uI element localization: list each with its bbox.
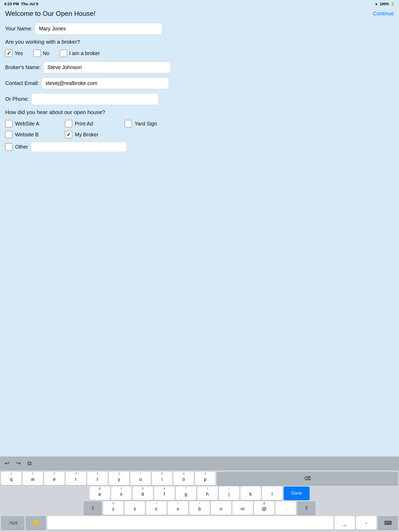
checkbox-other[interactable] <box>5 143 12 151</box>
keyboard-dismiss-key[interactable]: ⌨ <box>378 516 398 530</box>
battery-percent: 100% <box>380 2 389 6</box>
hear-option-websitea[interactable]: WebSite A <box>5 120 52 127</box>
broker-option-no[interactable]: No <box>34 50 50 57</box>
checkbox-yardsign[interactable] <box>125 120 132 127</box>
hear-row-2: Website B My Broker <box>5 131 394 138</box>
key-k[interactable]: 'k <box>241 487 261 500</box>
key-i[interactable]: 8i <box>152 472 172 485</box>
key-at[interactable]: @@ <box>254 501 274 515</box>
key-e[interactable]: 3e <box>44 472 64 485</box>
key-t[interactable]: 5t <box>87 472 108 485</box>
key-q[interactable]: 1q <box>1 472 21 485</box>
checkbox-mybroker[interactable] <box>65 131 72 138</box>
status-time: 4:23 PM Thu Jul 9 <box>4 2 38 6</box>
hear-websitea-label: WebSite A <box>15 121 39 127</box>
phone-row: Or Phone: <box>5 93 394 105</box>
key-row-2: @a #s $d &f *g (h )j 'k "l Done <box>1 487 398 500</box>
keyboard-keys: 1q 2w 3e 4r 5t 6y 7u 8i 9o 0p ⌫ @a #s $d… <box>0 470 399 532</box>
redo-button[interactable]: ↪ <box>15 459 22 468</box>
key-row-3: ⇧ %z -x +c =v /b ;n :m @@ .. ⇧ <box>1 501 398 515</box>
key-w[interactable]: 2w <box>23 472 43 485</box>
key-row-1: 1q 2w 3e 4r 5t 6y 7u 8i 9o 0p ⌫ <box>1 472 398 485</box>
key-g[interactable]: *g <box>176 487 196 500</box>
broker-option-iambroker[interactable]: I am a broker <box>60 50 100 57</box>
your-name-input[interactable] <box>35 23 162 35</box>
your-name-label: Your Name: <box>5 26 32 32</box>
other-text-input[interactable] <box>31 142 127 152</box>
checkbox-iambroker[interactable] <box>60 50 67 57</box>
checkbox-printad[interactable] <box>65 120 72 127</box>
broker-option-yes[interactable]: Yes <box>5 50 23 57</box>
broker-iambroker-label: I am a broker <box>69 50 100 56</box>
checkbox-websitea[interactable] <box>5 120 12 127</box>
key-r[interactable]: 4r <box>66 472 86 485</box>
key-d[interactable]: $d <box>133 487 153 500</box>
done-key[interactable]: Done <box>284 487 310 500</box>
checkbox-websiteb[interactable] <box>5 131 12 138</box>
hear-row-1: WebSite A Print Ad Yard Sign <box>5 120 394 127</box>
hear-mybroker-label: My Broker <box>75 132 98 138</box>
key-a[interactable]: @a <box>90 487 110 500</box>
hear-websiteb-label: Website B <box>15 132 39 138</box>
key-n[interactable]: ;n <box>211 501 231 515</box>
continue-button[interactable]: Continue <box>373 11 394 17</box>
brokers-name-row: Broker's Name: <box>5 62 394 73</box>
key-dot[interactable]: .. <box>276 501 296 515</box>
shift-right-key[interactable]: ⇧ <box>297 501 315 515</box>
key-o[interactable]: 9o <box>174 472 194 485</box>
broker-options-row: Yes No I am a broker <box>5 50 394 57</box>
hear-yardsign-label: Yard Sign <box>135 121 157 127</box>
hear-option-yardsign[interactable]: Yard Sign <box>125 120 171 127</box>
status-right: ▲ 100% 🔋 <box>375 2 395 6</box>
underscore-key[interactable]: _ <box>335 516 355 530</box>
phone-input[interactable] <box>31 93 159 105</box>
key-l[interactable]: "l <box>262 487 282 500</box>
your-name-row: Your Name: <box>5 23 394 35</box>
key-p[interactable]: 0p <box>195 472 215 485</box>
hear-options-grid: WebSite A Print Ad Yard Sign Website B M… <box>5 120 394 152</box>
hear-question: How did you hear about our open house? <box>5 109 394 115</box>
paste-button[interactable]: ⧉ <box>26 459 33 468</box>
hear-option-websiteb[interactable]: Website B <box>5 131 52 138</box>
key-s[interactable]: #s <box>111 487 131 500</box>
hear-option-other[interactable]: Other <box>5 143 28 151</box>
key-x[interactable]: -x <box>125 501 145 515</box>
key-j[interactable]: )j <box>219 487 239 500</box>
checkbox-no[interactable] <box>34 50 41 57</box>
key-m[interactable]: :m <box>232 501 253 515</box>
shift-left-key[interactable]: ⇧ <box>84 501 102 515</box>
key-y[interactable]: 6y <box>109 472 129 485</box>
hear-other-label: Other <box>15 144 28 150</box>
space-key[interactable] <box>47 516 333 530</box>
key-b[interactable]: /b <box>189 501 210 515</box>
contact-email-input[interactable] <box>42 77 169 89</box>
hear-option-mybroker[interactable]: My Broker <box>65 131 112 138</box>
hyphen-key[interactable]: - <box>356 516 376 530</box>
key-c[interactable]: +c <box>146 501 167 515</box>
broker-no-label: No <box>43 50 50 56</box>
phone-label: Or Phone: <box>5 96 29 102</box>
key-z[interactable]: %z <box>103 501 123 515</box>
contact-email-label: Contact Email: <box>5 80 39 86</box>
hear-option-printad[interactable]: Print Ad <box>65 120 112 127</box>
keyboard-area: ↩ ↪ ⧉ 1q 2w 3e 4r 5t 6y 7u 8i 9o 0p ⌫ @a… <box>0 457 399 532</box>
symbol-key[interactable]: .?123 <box>1 516 24 530</box>
keyboard-toolbar: ↩ ↪ ⧉ <box>0 457 399 470</box>
contact-email-row: Contact Email: <box>5 77 394 89</box>
hear-row-other: Other <box>5 142 394 152</box>
app-content: Welcome to Our Open House! Continue Your… <box>0 7 399 457</box>
broker-yes-label: Yes <box>15 50 23 56</box>
undo-button[interactable]: ↩ <box>4 459 10 468</box>
checkbox-yes[interactable] <box>5 50 12 57</box>
brokers-name-label: Broker's Name: <box>5 64 41 70</box>
emoji-key[interactable]: 🙂 <box>26 516 46 530</box>
key-u[interactable]: 7u <box>130 472 151 485</box>
brokers-name-input[interactable] <box>43 62 171 73</box>
status-bar: 4:23 PM Thu Jul 9 ▲ 100% 🔋 <box>0 0 399 7</box>
delete-key[interactable]: ⌫ <box>217 472 398 485</box>
header-row: Welcome to Our Open House! Continue <box>5 10 394 18</box>
key-v[interactable]: =v <box>168 501 188 515</box>
key-h[interactable]: (h <box>197 487 218 500</box>
key-row-4: .?123 🙂 _ - ⌨ <box>1 516 398 530</box>
key-f[interactable]: &f <box>154 487 175 500</box>
